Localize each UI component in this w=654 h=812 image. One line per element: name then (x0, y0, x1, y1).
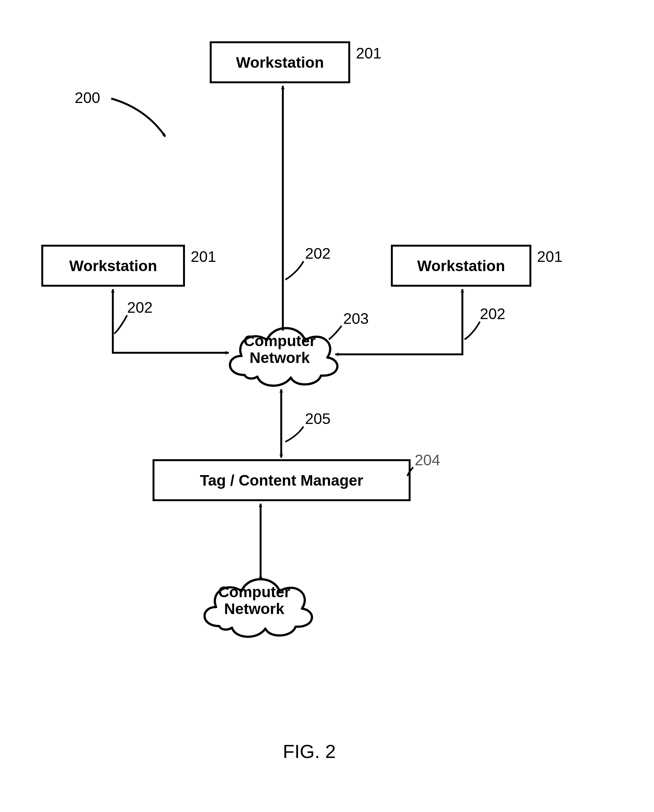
ref-link-top: 202 (305, 245, 330, 262)
node-workstation-left: Workstation (41, 245, 185, 287)
ref-link-right: 202 (480, 305, 505, 323)
diagram-canvas: Workstation 201 Workstation 201 Workstat… (0, 0, 654, 812)
ref-network-upper: 203 (343, 310, 369, 327)
node-tag-manager: Tag / Content Manager (153, 459, 411, 501)
ref-system: 200 (75, 89, 100, 107)
ref-workstation-top: 201 (356, 44, 381, 62)
ref-link-left: 202 (127, 299, 153, 316)
ref-workstation-right: 201 (537, 248, 562, 265)
ref-workstation-left: 201 (191, 248, 216, 265)
node-workstation-right: Workstation (391, 245, 531, 287)
node-workstation-top: Workstation (210, 41, 350, 83)
ref-link-net-mgr: 205 (305, 410, 330, 427)
node-network-lower: Computer Network (191, 559, 318, 642)
ref-tag-manager: 204 (415, 451, 440, 469)
node-label: Tag / Content Manager (200, 472, 363, 489)
node-label: Workstation (69, 257, 157, 275)
figure-caption: FIG. 2 (283, 740, 336, 762)
node-network-upper: Computer Network (216, 308, 343, 391)
node-label: Workstation (417, 257, 505, 275)
arrows-overlay (0, 0, 654, 812)
node-label: Workstation (236, 54, 324, 71)
